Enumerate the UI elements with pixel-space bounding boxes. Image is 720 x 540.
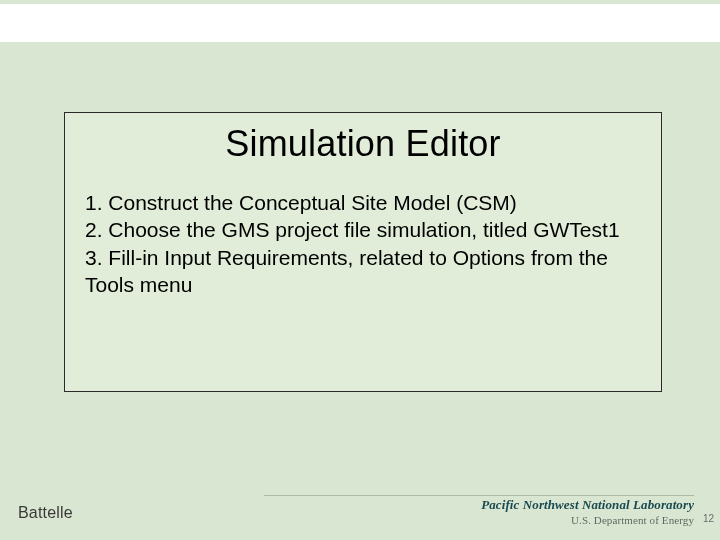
footer: Battelle Pacific Northwest National Labo… xyxy=(0,490,720,526)
footer-agency-name: U.S. Department of Energy xyxy=(481,514,694,526)
page-number: 12 xyxy=(703,513,714,524)
footer-left-brand: Battelle xyxy=(18,504,73,522)
slide-title: Simulation Editor xyxy=(85,123,641,165)
top-white-band xyxy=(0,4,720,42)
footer-right: Pacific Northwest National Laboratory U.… xyxy=(481,497,694,526)
footer-rule xyxy=(264,495,694,496)
slide-body: 1. Construct the Conceptual Site Model (… xyxy=(85,189,641,298)
content-box: Simulation Editor 1. Construct the Conce… xyxy=(64,112,662,392)
footer-lab-name: Pacific Northwest National Laboratory xyxy=(481,497,694,513)
